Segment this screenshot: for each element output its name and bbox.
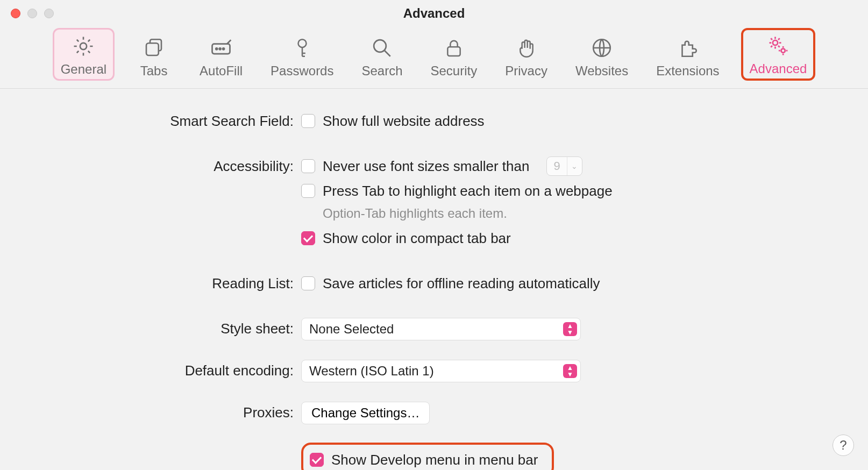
button-label: Change Settings… [311, 405, 419, 421]
checkbox-label: Never use font sizes smaller than [323, 155, 529, 177]
tab-label: Search [361, 63, 402, 79]
tab-general[interactable]: General [53, 28, 115, 81]
tab-websites[interactable]: Websites [569, 28, 635, 81]
default-encoding-select[interactable]: Western (ISO Latin 1) ▲▼ [301, 360, 581, 382]
titlebar: Advanced [0, 0, 868, 27]
lock-icon [442, 35, 466, 60]
tab-label: AutoFill [200, 63, 243, 79]
smart-search-label: Smart Search Field: [0, 110, 301, 132]
tab-security[interactable]: Security [424, 28, 484, 81]
press-tab-checkbox[interactable]: Press Tab to highlight each item on a we… [301, 180, 613, 202]
checkbox-label: Show full website address [323, 110, 485, 132]
tab-tabs[interactable]: Tabs [130, 28, 178, 81]
tab-label: Passwords [271, 63, 333, 79]
press-tab-hint: Option-Tab highlights each item. [323, 206, 613, 221]
tab-label: Security [431, 63, 478, 79]
tab-privacy[interactable]: Privacy [499, 28, 554, 81]
checkbox-icon [301, 114, 315, 128]
window-title: Advanced [0, 6, 868, 21]
checkbox-icon [301, 159, 315, 173]
svg-point-5 [223, 48, 224, 49]
checkbox-label: Press Tab to highlight each item on a we… [323, 180, 613, 202]
show-develop-menu-checkbox[interactable]: Show Develop menu in menu bar [310, 449, 538, 470]
updown-icon: ▲▼ [563, 364, 577, 378]
checkbox-checked-icon [301, 231, 315, 245]
change-proxy-settings-button[interactable]: Change Settings… [301, 402, 430, 424]
svg-point-10 [773, 40, 778, 45]
help-icon: ? [839, 438, 846, 453]
svg-point-0 [80, 43, 87, 49]
tab-label: Websites [575, 63, 628, 79]
svg-point-7 [374, 40, 387, 52]
svg-rect-1 [146, 43, 159, 55]
svg-point-4 [219, 48, 221, 49]
help-button[interactable]: ? [833, 435, 854, 456]
tab-advanced[interactable]: Advanced [741, 28, 816, 81]
autofill-icon [209, 35, 233, 60]
show-color-checkbox[interactable]: Show color in compact tab bar [301, 227, 613, 249]
min-font-size-stepper[interactable]: 9 ⌄ [546, 156, 582, 176]
svg-point-3 [216, 48, 217, 49]
search-icon [369, 35, 394, 60]
accessibility-label: Accessibility: [0, 155, 301, 177]
tab-label: Advanced [750, 61, 807, 76]
min-font-size-checkbox[interactable]: Never use font sizes smaller than [301, 155, 529, 177]
checkbox-label: Show color in compact tab bar [323, 227, 511, 249]
develop-menu-callout: Show Develop menu in menu bar [301, 443, 554, 470]
tab-label: Extensions [656, 63, 719, 79]
globe-icon [589, 35, 614, 60]
reading-list-label: Reading List: [0, 273, 301, 294]
style-sheet-label: Style sheet: [0, 318, 301, 339]
save-offline-checkbox[interactable]: Save articles for offline reading automa… [301, 273, 600, 294]
tab-autofill[interactable]: AutoFill [193, 28, 249, 81]
select-value: None Selected [309, 322, 394, 337]
tab-search[interactable]: Search [355, 28, 409, 81]
tab-label: Privacy [505, 63, 547, 79]
tab-extensions[interactable]: Extensions [650, 28, 725, 81]
hand-icon [514, 35, 539, 60]
puzzle-icon [675, 35, 700, 60]
show-full-address-checkbox[interactable]: Show full website address [301, 110, 485, 132]
tab-passwords[interactable]: Passwords [264, 28, 340, 81]
checkbox-label: Show Develop menu in menu bar [331, 449, 538, 470]
checkbox-checked-icon [310, 453, 324, 467]
checkbox-icon [301, 184, 315, 198]
chevron-down-icon: ⌄ [567, 157, 582, 175]
updown-icon: ▲▼ [563, 322, 577, 336]
tabs-icon [141, 35, 166, 60]
key-icon [290, 35, 315, 60]
style-sheet-select[interactable]: None Selected ▲▼ [301, 318, 581, 340]
stepper-value: 9 [547, 155, 566, 177]
svg-rect-8 [447, 47, 460, 56]
svg-point-6 [298, 39, 306, 47]
checkbox-label: Save articles for offline reading automa… [323, 273, 600, 294]
gear-icon [71, 34, 96, 59]
tab-label: Tabs [140, 63, 168, 79]
svg-point-11 [781, 49, 785, 53]
preferences-toolbar: General Tabs AutoFill Passwords Search S… [0, 27, 868, 89]
select-value: Western (ISO Latin 1) [309, 364, 434, 379]
checkbox-icon [301, 276, 315, 290]
advanced-pane: Smart Search Field: Show full website ad… [0, 89, 868, 470]
proxies-label: Proxies: [0, 402, 301, 423]
gears-icon [766, 33, 791, 58]
default-encoding-label: Default encoding: [0, 360, 301, 381]
tab-label: General [61, 62, 106, 77]
